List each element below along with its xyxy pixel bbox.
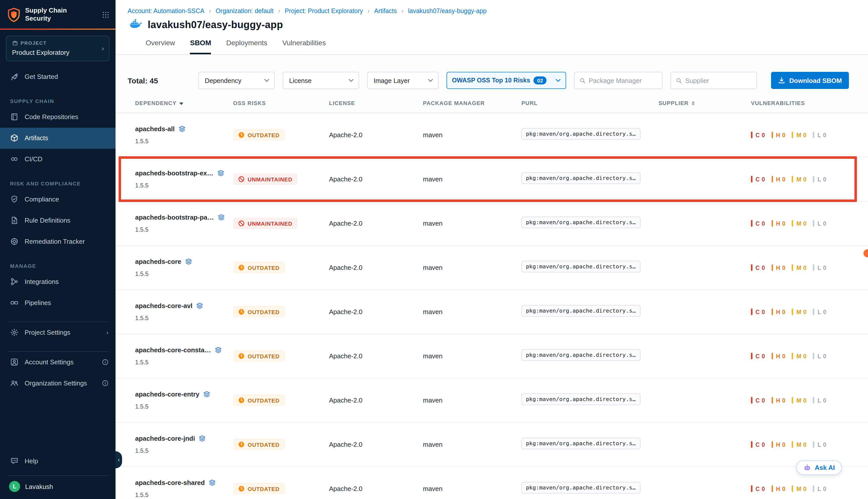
dependency-cell: apacheds-core-entry 1.5.5	[135, 390, 233, 410]
download-sbom-button[interactable]: Download SBOM	[771, 72, 849, 89]
purl-value[interactable]: pkg:maven/org.apache.directory.s…	[521, 261, 640, 272]
layers-icon	[198, 435, 206, 442]
purl-cell: pkg:maven/org.apache.directory.s…	[521, 393, 658, 407]
tab-vulnerabilities[interactable]: Vulnerabilities	[282, 39, 326, 54]
dependency-cell: apacheds-bootstrap-pa… 1.5.5	[135, 214, 233, 233]
critical-count: C0	[751, 264, 765, 271]
dependency-name: apacheds-core-jndi	[135, 435, 195, 442]
sidebar-item-get-started[interactable]: Get Started	[0, 66, 115, 87]
sidebar-item-help[interactable]: Help	[0, 450, 115, 471]
table-row[interactable]: apacheds-core-consta… 1.5.5 OUTDATED Apa…	[115, 334, 868, 378]
column-dependency[interactable]: DEPENDENCY	[135, 100, 233, 106]
dependency-cell: apacheds-core 1.5.5	[135, 258, 233, 277]
info-icon[interactable]	[102, 359, 109, 365]
user-profile[interactable]: L Lavakush	[0, 476, 115, 494]
breadcrumb-account[interactable]: Account: Automation-SSCA	[127, 7, 215, 15]
table-row[interactable]: apacheds-core-shared 1.5.5 OUTDATED Apac…	[115, 467, 868, 499]
scs-shield-logo-icon	[7, 8, 21, 22]
table-row[interactable]: apacheds-core 1.5.5 OUTDATED Apache-2.0 …	[115, 246, 868, 290]
owasp-risks-filter-select[interactable]: OWASP OSS Top 10 Risks 02	[446, 72, 566, 89]
docker-icon	[129, 19, 142, 31]
package-manager-search-input[interactable]	[589, 77, 657, 84]
purl-value[interactable]: pkg:maven/org.apache.directory.s…	[521, 217, 640, 228]
package-manager-cell: maven	[423, 397, 521, 404]
purl-value[interactable]: pkg:maven/org.apache.directory.s…	[521, 349, 640, 361]
sidebar-item-code-repositories[interactable]: Code Repositories	[0, 106, 115, 127]
sort-both-icon[interactable]	[692, 101, 695, 105]
purl-cell: pkg:maven/org.apache.directory.s…	[521, 128, 658, 142]
module-switcher-grid-icon[interactable]	[102, 11, 110, 19]
table-row[interactable]: apacheds-core-entry 1.5.5 OUTDATED Apach…	[115, 378, 868, 423]
dependency-version: 1.5.5	[135, 270, 233, 277]
tab-deployments[interactable]: Deployments	[226, 39, 267, 54]
sidebar-item-project-settings[interactable]: Project Settings ›	[0, 322, 115, 343]
table-row[interactable]: apacheds-core-jndi 1.5.5 OUTDATED Apache…	[115, 423, 868, 467]
chevron-down-icon	[264, 79, 269, 82]
purl-cell: pkg:maven/org.apache.directory.s…	[521, 172, 658, 186]
sidebar-item-artifacts[interactable]: Artifacts	[0, 127, 115, 148]
tab-overview[interactable]: Overview	[146, 39, 175, 54]
high-count: H0	[771, 397, 785, 403]
purl-value[interactable]: pkg:maven/org.apache.directory.s…	[521, 128, 640, 140]
license-cell: Apache-2.0	[329, 220, 423, 227]
layers-icon	[214, 346, 222, 354]
package-manager-cell: maven	[423, 308, 521, 316]
high-count: H0	[771, 220, 785, 227]
column-supplier[interactable]: SUPPLIER	[658, 100, 751, 106]
breadcrumb-organization[interactable]: Organization: default	[215, 7, 285, 15]
table-row[interactable]: apacheds-core-avl 1.5.5 OUTDATED Apache-…	[115, 290, 868, 334]
critical-count: C0	[751, 308, 765, 315]
toolbar: Total: 45 Dependency License Image Layer…	[115, 55, 868, 89]
medium-count: M0	[792, 353, 806, 359]
table-row[interactable]: apacheds-all 1.5.5 OUTDATED Apache-2.0 m…	[115, 113, 868, 157]
vulnerabilities-cell: C0 H0 M0 L0	[751, 353, 856, 359]
breadcrumb-project[interactable]: Project: Product Exploratory	[285, 7, 374, 15]
package-manager-cell: maven	[423, 175, 521, 183]
ask-ai-button[interactable]: Ask AI	[796, 460, 842, 475]
sidebar-nav: Get Started SUPPLY CHAIN Code Repositori…	[0, 66, 115, 394]
purl-value[interactable]: pkg:maven/org.apache.directory.s…	[521, 438, 640, 449]
search-icon	[580, 77, 585, 84]
repository-icon	[10, 112, 18, 121]
purl-value[interactable]: pkg:maven/org.apache.directory.s…	[521, 172, 640, 184]
high-count: H0	[771, 132, 785, 138]
table-row[interactable]: apacheds-bootstrap-ex… 1.5.5 UNMAINTAINE…	[115, 157, 868, 202]
low-count: L0	[813, 485, 826, 492]
table-row[interactable]: apacheds-bootstrap-pa… 1.5.5 UNMAINTAINE…	[115, 202, 868, 246]
sidebar-item-pipelines[interactable]: Pipelines	[0, 292, 115, 313]
dependency-filter-select[interactable]: Dependency	[198, 72, 274, 89]
purl-value[interactable]: pkg:maven/org.apache.directory.s…	[521, 482, 640, 494]
breadcrumb-current[interactable]: lavakush07/easy-buggy-app	[408, 7, 487, 14]
project-selector[interactable]: PROJECT Product Exploratory ›	[6, 35, 110, 61]
image-layer-filter-select[interactable]: Image Layer	[367, 72, 438, 89]
purl-value[interactable]: pkg:maven/org.apache.directory.s…	[521, 393, 640, 405]
sidebar-item-integrations[interactable]: Integrations	[0, 271, 115, 292]
sidebar-item-compliance[interactable]: Compliance	[0, 189, 115, 210]
purl-value[interactable]: pkg:maven/org.apache.directory.s…	[521, 305, 640, 317]
clock-icon	[238, 485, 245, 492]
sidebar-header: Supply Chain Security	[0, 0, 115, 28]
dependency-cell: apacheds-core-consta… 1.5.5	[135, 346, 233, 366]
vulnerabilities-cell: C0 H0 M0 L0	[751, 132, 856, 138]
info-icon[interactable]	[102, 380, 109, 387]
critical-count: C0	[751, 441, 765, 448]
sidebar-item-rule-definitions[interactable]: Rule Definitions	[0, 210, 115, 231]
tab-sbom[interactable]: SBOM	[190, 39, 211, 54]
layers-icon	[217, 169, 224, 177]
dependency-cell: apacheds-all 1.5.5	[135, 125, 233, 145]
medium-count: M0	[792, 132, 806, 138]
license-filter-select[interactable]: License	[283, 72, 359, 89]
high-count: H0	[771, 353, 785, 359]
sidebar: Supply Chain Security PROJECT Product Ex…	[0, 0, 115, 499]
table-body: apacheds-all 1.5.5 OUTDATED Apache-2.0 m…	[115, 113, 868, 499]
sidebar-item-organization-settings[interactable]: Organization Settings	[0, 373, 115, 394]
sort-descending-icon[interactable]	[179, 102, 184, 105]
column-vulnerabilities: VULNERABILITIES	[751, 100, 856, 106]
breadcrumb-artifacts[interactable]: Artifacts	[374, 7, 408, 15]
dependency-cell: apacheds-core-shared 1.5.5	[135, 479, 233, 499]
supplier-search-input[interactable]	[685, 77, 751, 84]
sidebar-item-remediation-tracker[interactable]: Remediation Tracker	[0, 231, 115, 252]
sidebar-item-account-settings[interactable]: Account Settings	[0, 352, 115, 373]
oss-risk-cell: OUTDATED	[233, 483, 329, 495]
sidebar-item-cicd[interactable]: CI/CD	[0, 148, 115, 170]
